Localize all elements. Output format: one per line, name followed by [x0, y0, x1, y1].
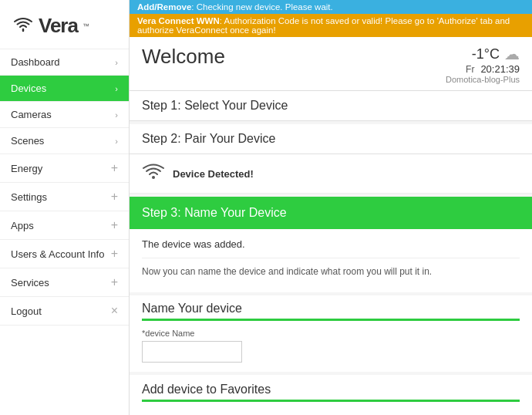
name-device-title: Name Your device: [142, 302, 520, 315]
main-body: Step 1: Select Your Device Step 2: Pair …: [130, 91, 532, 415]
name-device-section: Name Your device *device Name: [130, 295, 532, 372]
logo-tm: ™: [82, 22, 89, 30]
sidebar-item-scenes[interactable]: Scenes ›: [0, 128, 129, 154]
sidebar-label-users: Users & Account Info: [11, 248, 104, 260]
sidebar-item-cameras[interactable]: Cameras ›: [0, 102, 129, 128]
logo: Vera™: [0, 0, 129, 49]
step2-title: Step 2: Pair Your Device: [142, 132, 520, 146]
notification-bar-addremove: Add/Remove: Checking new device. Please …: [130, 0, 532, 14]
sidebar-item-settings[interactable]: Settings +: [0, 183, 129, 211]
sidebar-item-energy[interactable]: Energy +: [0, 154, 129, 183]
main-header: Welcome -1°C ☁ Fr 20:21:39 Domotica-blog…: [130, 37, 532, 91]
sidebar-label-settings: Settings: [11, 191, 47, 203]
chevron-right-icon: ›: [115, 110, 118, 120]
sidebar-item-dashboard[interactable]: Dashboard ›: [0, 49, 129, 76]
chevron-right-icon: ›: [115, 137, 118, 146]
step2-section: Step 2: Pair Your Device Device Detected…: [130, 124, 532, 194]
green-divider-favorites: [142, 400, 520, 402]
location-display: Domotica-blog-Plus: [446, 75, 520, 84]
plus-icon: +: [111, 190, 118, 204]
sidebar-navigation: Dashboard › Devices › Cameras › Scenes ›…: [0, 49, 129, 415]
step1-title: Step 1: Select Your Device: [142, 99, 520, 113]
notification-bar-wwn: Vera Connect WWN: Authorization Code is …: [130, 14, 532, 37]
device-name-label: *device Name: [142, 329, 520, 338]
sidebar-label-apps: Apps: [11, 220, 34, 231]
close-icon: ×: [111, 304, 118, 318]
chevron-right-icon: ›: [115, 84, 118, 93]
plus-icon: +: [111, 161, 118, 175]
plus-icon: +: [111, 275, 118, 289]
chevron-right-icon: ›: [115, 58, 118, 67]
device-name-input[interactable]: [142, 341, 242, 363]
device-detected-label: Device Detected!: [173, 168, 254, 180]
sidebar-item-users[interactable]: Users & Account Info +: [0, 240, 129, 268]
step3-title: Step 3: Name Your Device: [142, 206, 520, 220]
favorites-header: Add device to Favorites: [130, 375, 532, 413]
weather-info: -1°C ☁ Fr 20:21:39 Domotica-blog-Plus: [446, 45, 520, 84]
step3-content: The device was added. Now you can name t…: [130, 229, 532, 292]
step2-header: Step 2: Pair Your Device: [130, 124, 532, 154]
notif-text-addremove: : Checking new device. Please wait.: [191, 2, 332, 12]
cloud-icon: ☁: [504, 45, 520, 63]
sidebar-item-apps[interactable]: Apps +: [0, 211, 129, 240]
page-title: Welcome: [142, 45, 225, 69]
sidebar-label-logout: Logout: [11, 305, 42, 317]
device-detected-row: Device Detected!: [130, 154, 532, 194]
sidebar-item-devices[interactable]: Devices ›: [0, 76, 129, 102]
notif-label-addremove: Add/Remove: [137, 2, 191, 12]
notif-label-wwn: Vera Connect WWN: [137, 16, 220, 25]
step3-added-text: The device was added.: [142, 238, 520, 258]
wifi-icon: [12, 15, 34, 37]
sidebar-item-logout[interactable]: Logout ×: [0, 297, 129, 326]
favorites-title: Add device to Favorites: [142, 383, 520, 396]
step1-section: Step 1: Select Your Device: [130, 91, 532, 121]
svg-point-0: [152, 176, 155, 179]
wifi-signal-icon: [142, 162, 165, 185]
sidebar-label-services: Services: [11, 277, 49, 288]
sidebar-label-devices: Devices: [11, 83, 46, 94]
sidebar-label-dashboard: Dashboard: [11, 56, 60, 68]
plus-icon: +: [111, 247, 118, 261]
main-content: Add/Remove: Checking new device. Please …: [130, 0, 532, 415]
logo-text: Vera: [39, 14, 78, 38]
sidebar-label-cameras: Cameras: [11, 109, 52, 120]
step3-instruction-text: Now you can name the device and indicate…: [142, 266, 520, 277]
sidebar: Vera™ Dashboard › Devices › Cameras › Sc…: [0, 0, 130, 415]
favorites-section: Add device to Favorites Click on the Sta…: [130, 375, 532, 415]
step3-section: Step 3: Name Your Device The device was …: [130, 197, 532, 292]
sidebar-label-scenes: Scenes: [11, 135, 44, 147]
time-display: 20:21:39: [480, 63, 520, 75]
sidebar-item-services[interactable]: Services +: [0, 268, 129, 297]
plus-icon: +: [111, 218, 118, 232]
sidebar-label-energy: Energy: [11, 163, 42, 174]
temperature-display: -1°C: [472, 46, 500, 62]
green-divider: [142, 319, 520, 321]
day-display: Fr: [466, 64, 474, 75]
step1-header: Step 1: Select Your Device: [130, 91, 532, 121]
step3-header: Step 3: Name Your Device: [130, 197, 532, 229]
